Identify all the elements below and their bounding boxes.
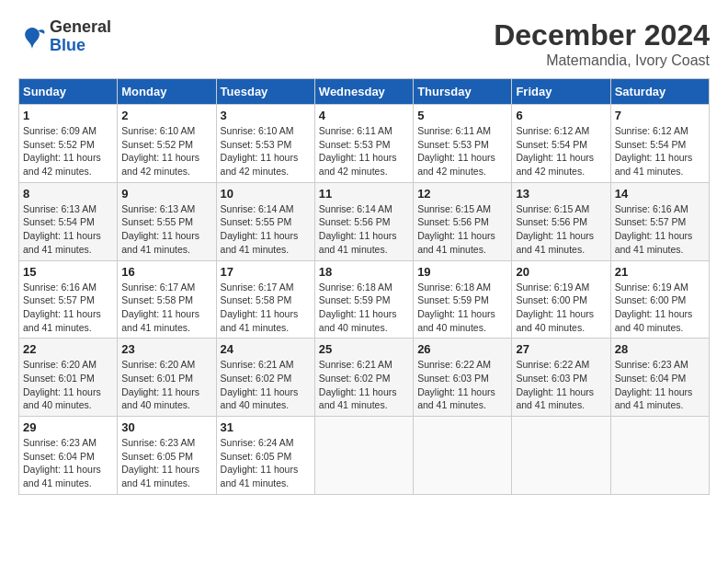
table-row: 13Sunrise: 6:15 AMSunset: 5:56 PMDayligh…: [512, 182, 610, 260]
day-number: 3: [221, 109, 311, 122]
day-info: Sunrise: 6:12 AMSunset: 5:54 PMDaylight:…: [615, 124, 705, 178]
table-row: 2Sunrise: 6:10 AMSunset: 5:52 PMDaylight…: [118, 105, 216, 183]
day-number: 11: [319, 187, 409, 201]
title-block: December 2024 Matemandia, Ivory Coast: [494, 18, 710, 69]
logo-icon: [18, 23, 46, 51]
day-number: 4: [319, 109, 409, 122]
table-row: 15Sunrise: 6:16 AMSunset: 5:57 PMDayligh…: [19, 260, 118, 339]
table-row: 19Sunrise: 6:18 AMSunset: 5:59 PMDayligh…: [414, 260, 512, 339]
day-info: Sunrise: 6:20 AMSunset: 6:01 PMDaylight:…: [23, 358, 113, 412]
day-number: 30: [121, 420, 211, 434]
table-row: 27Sunrise: 6:22 AMSunset: 6:03 PMDayligh…: [512, 339, 610, 417]
day-info: Sunrise: 6:12 AMSunset: 5:54 PMDaylight:…: [516, 124, 606, 178]
day-info: Sunrise: 6:09 AMSunset: 5:52 PMDaylight:…: [23, 124, 113, 178]
day-number: 26: [417, 342, 507, 356]
col-saturday: Saturday: [610, 79, 709, 105]
empty-cell: [512, 417, 610, 495]
table-row: 3Sunrise: 6:10 AMSunset: 5:53 PMDaylight…: [216, 105, 314, 183]
day-info: Sunrise: 6:15 AMSunset: 5:56 PMDaylight:…: [417, 202, 507, 257]
day-number: 9: [121, 187, 211, 201]
day-info: Sunrise: 6:13 AMSunset: 5:55 PMDaylight:…: [121, 202, 211, 257]
day-number: 21: [615, 265, 705, 279]
day-info: Sunrise: 6:14 AMSunset: 5:56 PMDaylight:…: [319, 202, 409, 257]
day-info: Sunrise: 6:10 AMSunset: 5:53 PMDaylight:…: [221, 124, 311, 178]
day-number: 17: [221, 265, 311, 279]
table-row: 22Sunrise: 6:20 AMSunset: 6:01 PMDayligh…: [19, 339, 118, 417]
day-info: Sunrise: 6:14 AMSunset: 5:55 PMDaylight:…: [221, 202, 311, 257]
calendar-week-row: 8Sunrise: 6:13 AMSunset: 5:54 PMDaylight…: [19, 182, 710, 260]
day-number: 10: [221, 187, 311, 201]
table-row: 5Sunrise: 6:11 AMSunset: 5:53 PMDaylight…: [414, 105, 512, 183]
day-number: 31: [221, 420, 311, 434]
table-row: 28Sunrise: 6:23 AMSunset: 6:04 PMDayligh…: [610, 339, 709, 417]
day-number: 6: [516, 109, 606, 122]
day-info: Sunrise: 6:16 AMSunset: 5:57 PMDaylight:…: [615, 202, 705, 257]
day-info: Sunrise: 6:18 AMSunset: 5:59 PMDaylight:…: [417, 281, 507, 335]
col-friday: Friday: [512, 79, 610, 105]
day-number: 19: [417, 265, 507, 279]
day-number: 8: [23, 187, 113, 201]
day-info: Sunrise: 6:15 AMSunset: 5:56 PMDaylight:…: [516, 202, 606, 257]
table-row: 7Sunrise: 6:12 AMSunset: 5:54 PMDaylight…: [610, 105, 709, 183]
table-row: 10Sunrise: 6:14 AMSunset: 5:55 PMDayligh…: [216, 182, 314, 260]
day-info: Sunrise: 6:11 AMSunset: 5:53 PMDaylight:…: [319, 124, 409, 178]
col-sunday: Sunday: [19, 79, 118, 105]
table-row: 18Sunrise: 6:18 AMSunset: 5:59 PMDayligh…: [314, 260, 413, 339]
col-monday: Monday: [118, 79, 216, 105]
table-row: 9Sunrise: 6:13 AMSunset: 5:55 PMDaylight…: [118, 182, 216, 260]
table-row: 29Sunrise: 6:23 AMSunset: 6:04 PMDayligh…: [19, 417, 118, 495]
empty-cell: [610, 417, 709, 495]
table-row: 30Sunrise: 6:23 AMSunset: 6:05 PMDayligh…: [118, 417, 216, 495]
calendar-week-row: 1Sunrise: 6:09 AMSunset: 5:52 PMDaylight…: [19, 105, 710, 183]
day-number: 12: [417, 187, 507, 201]
table-row: 16Sunrise: 6:17 AMSunset: 5:58 PMDayligh…: [118, 260, 216, 339]
day-number: 5: [417, 109, 507, 122]
day-number: 18: [319, 265, 409, 279]
day-number: 15: [23, 265, 113, 279]
day-info: Sunrise: 6:18 AMSunset: 5:59 PMDaylight:…: [319, 281, 409, 335]
logo-text: General Blue: [50, 18, 111, 55]
table-row: 24Sunrise: 6:21 AMSunset: 6:02 PMDayligh…: [216, 339, 314, 417]
table-row: 17Sunrise: 6:17 AMSunset: 5:58 PMDayligh…: [216, 260, 314, 339]
day-info: Sunrise: 6:21 AMSunset: 6:02 PMDaylight:…: [319, 358, 409, 412]
col-thursday: Thursday: [414, 79, 512, 105]
day-info: Sunrise: 6:20 AMSunset: 6:01 PMDaylight:…: [121, 358, 211, 412]
day-number: 29: [23, 420, 113, 434]
day-info: Sunrise: 6:24 AMSunset: 6:05 PMDaylight:…: [221, 436, 311, 490]
table-row: 1Sunrise: 6:09 AMSunset: 5:52 PMDaylight…: [19, 105, 118, 183]
day-info: Sunrise: 6:19 AMSunset: 6:00 PMDaylight:…: [516, 281, 606, 335]
day-number: 20: [516, 265, 606, 279]
day-number: 14: [615, 187, 705, 201]
page-subtitle: Matemandia, Ivory Coast: [494, 52, 710, 69]
col-tuesday: Tuesday: [216, 79, 314, 105]
day-info: Sunrise: 6:21 AMSunset: 6:02 PMDaylight:…: [221, 358, 311, 412]
day-info: Sunrise: 6:19 AMSunset: 6:00 PMDaylight:…: [615, 281, 705, 335]
table-row: 14Sunrise: 6:16 AMSunset: 5:57 PMDayligh…: [610, 182, 709, 260]
day-number: 27: [516, 342, 606, 356]
page-header: General Blue December 2024 Matemandia, I…: [18, 18, 710, 69]
day-info: Sunrise: 6:17 AMSunset: 5:58 PMDaylight:…: [221, 281, 311, 335]
empty-cell: [314, 417, 413, 495]
table-row: 31Sunrise: 6:24 AMSunset: 6:05 PMDayligh…: [216, 417, 314, 495]
day-info: Sunrise: 6:10 AMSunset: 5:52 PMDaylight:…: [121, 124, 211, 178]
calendar-week-row: 29Sunrise: 6:23 AMSunset: 6:04 PMDayligh…: [19, 417, 710, 495]
calendar-header-row: Sunday Monday Tuesday Wednesday Thursday…: [19, 79, 710, 105]
table-row: 26Sunrise: 6:22 AMSunset: 6:03 PMDayligh…: [414, 339, 512, 417]
day-number: 25: [319, 342, 409, 356]
day-number: 2: [121, 109, 211, 122]
day-info: Sunrise: 6:23 AMSunset: 6:04 PMDaylight:…: [23, 436, 113, 490]
day-info: Sunrise: 6:11 AMSunset: 5:53 PMDaylight:…: [417, 124, 507, 178]
day-number: 7: [615, 109, 705, 122]
table-row: 21Sunrise: 6:19 AMSunset: 6:00 PMDayligh…: [610, 260, 709, 339]
day-number: 1: [23, 109, 113, 122]
day-info: Sunrise: 6:23 AMSunset: 6:05 PMDaylight:…: [121, 436, 211, 490]
table-row: 8Sunrise: 6:13 AMSunset: 5:54 PMDaylight…: [19, 182, 118, 260]
day-info: Sunrise: 6:16 AMSunset: 5:57 PMDaylight:…: [23, 281, 113, 335]
page-title: December 2024: [494, 18, 710, 52]
day-number: 13: [516, 187, 606, 201]
table-row: 20Sunrise: 6:19 AMSunset: 6:00 PMDayligh…: [512, 260, 610, 339]
calendar-week-row: 22Sunrise: 6:20 AMSunset: 6:01 PMDayligh…: [19, 339, 710, 417]
table-row: 23Sunrise: 6:20 AMSunset: 6:01 PMDayligh…: [118, 339, 216, 417]
day-number: 16: [121, 265, 211, 279]
table-row: 6Sunrise: 6:12 AMSunset: 5:54 PMDaylight…: [512, 105, 610, 183]
